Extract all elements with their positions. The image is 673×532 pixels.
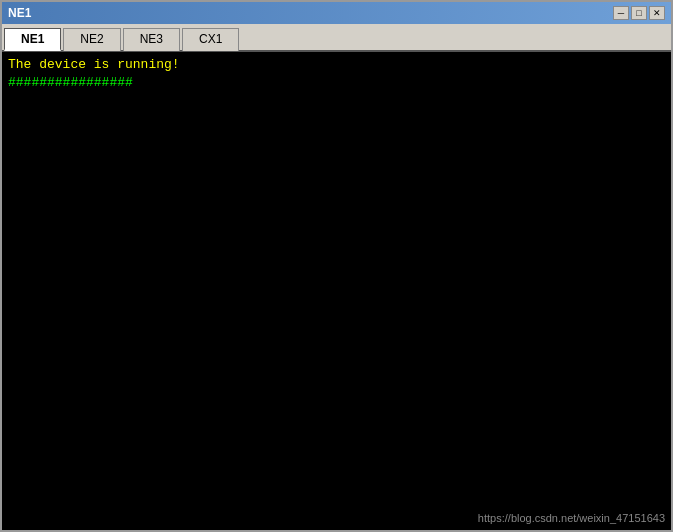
tab-ne2[interactable]: NE2 xyxy=(63,28,120,51)
title-bar: NE1 ─ □ ✕ xyxy=(2,2,671,24)
close-button[interactable]: ✕ xyxy=(649,6,665,20)
terminal-area: The device is running! ################ … xyxy=(2,52,671,530)
window-controls: ─ □ ✕ xyxy=(613,6,665,20)
watermark: https://blog.csdn.net/weixin_47151643 xyxy=(478,512,665,524)
tab-bar: NE1 NE2 NE3 CX1 xyxy=(2,24,671,52)
minimize-button[interactable]: ─ xyxy=(613,6,629,20)
window-title: NE1 xyxy=(8,6,31,20)
main-window: NE1 ─ □ ✕ NE1 NE2 NE3 CX1 The device is … xyxy=(0,0,673,532)
terminal-line-2: ################ xyxy=(8,74,665,92)
tab-ne3[interactable]: NE3 xyxy=(123,28,180,51)
tab-cx1[interactable]: CX1 xyxy=(182,28,239,51)
terminal-line-1: The device is running! xyxy=(8,56,665,74)
tab-ne1[interactable]: NE1 xyxy=(4,28,61,51)
maximize-button[interactable]: □ xyxy=(631,6,647,20)
